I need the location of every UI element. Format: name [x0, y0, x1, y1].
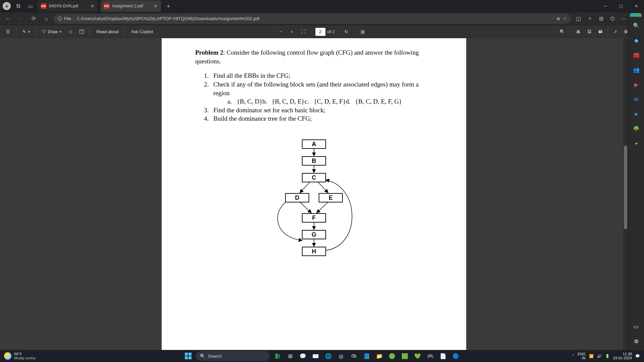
chrome-icon[interactable]: 🟢 [387, 351, 397, 361]
zoom-out-button[interactable]: − [277, 27, 285, 37]
favorites-icon[interactable]: ✧ [584, 13, 595, 24]
refresh-button[interactable]: ⟳ [28, 13, 39, 24]
problem-label: Problem 2 [195, 49, 223, 56]
ask-copilot-button[interactable]: Ask Copilot [128, 27, 156, 37]
zoom-indicator-icon[interactable]: ⊕ [556, 16, 560, 21]
edge-icon[interactable]: 🌐 [323, 351, 333, 361]
teams-icon[interactable]: 💬 [298, 351, 308, 361]
draw-label: Draw [48, 29, 58, 34]
close-icon[interactable]: ✕ [91, 3, 95, 9]
whatsapp-icon[interactable]: 💚 [413, 351, 423, 361]
svg-text:A: A [312, 141, 316, 147]
battery-icon[interactable]: 🔋 [605, 354, 610, 358]
fullscreen-icon[interactable]: ⤢ [611, 27, 620, 37]
send-icon[interactable]: ➤ [630, 108, 642, 120]
q2: Check if any of the following block sets… [213, 80, 433, 97]
nvidia-icon[interactable]: 🟩 [400, 351, 410, 361]
mail-icon[interactable]: ✉️ [311, 351, 321, 361]
explorer-icon[interactable]: 📁 [374, 351, 384, 361]
pdf-page: Problem 2: Consider the following contro… [162, 38, 466, 350]
close-icon[interactable]: ✕ [154, 3, 158, 9]
search-icon: 🔍 [200, 354, 205, 359]
zoom-in-button[interactable]: ＋ [287, 27, 297, 37]
page-number-input[interactable] [315, 28, 325, 36]
taskbar-search[interactable]: 🔍 Search [196, 351, 270, 361]
draw-button[interactable]: ▽ Draw ▾ [40, 27, 64, 37]
tab-title: 04SVN-DVN.pdf [49, 4, 78, 8]
close-button[interactable]: ✕ [629, 0, 644, 12]
chrome2-icon[interactable]: 🔵 [451, 351, 461, 361]
taskbar-app[interactable]: 🐉 [272, 351, 282, 361]
scrollbar-thumb[interactable] [624, 145, 627, 229]
store-icon[interactable]: 🛍 [349, 351, 359, 361]
workspaces-icon[interactable]: ⧉ [13, 1, 23, 11]
people-icon[interactable]: 👥 [630, 64, 642, 76]
svg-line-18 [300, 182, 310, 193]
highlight-dropdown[interactable]: ✎ ▾ [20, 27, 33, 37]
url-text: C:/Users/rahul/Dropbox/My%20PC%20(LAPTOP… [77, 16, 260, 21]
contents-icon[interactable]: ☰ [3, 27, 13, 37]
rotate-icon[interactable]: ↻ [342, 27, 351, 37]
search-sidebar-icon[interactable]: 🔍 [630, 19, 642, 32]
new-tab-button[interactable]: ＋ [164, 1, 173, 11]
q2b: {B, C, D, E} [272, 97, 304, 106]
erase-icon[interactable]: ◇ [66, 27, 75, 37]
page-total-label: of 2 [327, 29, 335, 34]
home-button[interactable]: ⌂ [41, 13, 52, 24]
minimize-button[interactable]: — [598, 0, 613, 12]
find-icon[interactable]: 🔍 [557, 27, 568, 37]
tools-icon[interactable]: 🧰 [630, 49, 642, 61]
maximize-button[interactable]: ▢ [613, 0, 629, 12]
extensions-icon[interactable]: ⌬ [607, 13, 618, 24]
profile-avatar[interactable]: ◉ [3, 2, 11, 10]
copilot-taskbar-icon[interactable]: ◎ [336, 351, 346, 361]
notifications-icon[interactable]: 💬 [635, 354, 640, 358]
save-icon[interactable]: 🖫 [584, 27, 594, 37]
text-tool-icon[interactable]: 🅃 [77, 27, 87, 37]
cfg-diagram: A B C D E F G H [195, 136, 433, 270]
back-button[interactable]: ← [3, 13, 13, 24]
outlook-icon[interactable]: ✉ [630, 93, 642, 105]
pdf-viewport[interactable]: Problem 2: Consider the following contro… [0, 38, 628, 350]
save-as-icon[interactable]: 🖬 [595, 27, 605, 37]
problem-heading: Problem 2: Consider the following contro… [195, 48, 433, 65]
start-button[interactable] [183, 351, 193, 361]
sidebar-app-1-icon[interactable]: ◆ [630, 34, 642, 46]
weather-widget[interactable]: 58°F Mostly sunny [0, 352, 36, 360]
scrollbar[interactable] [623, 38, 628, 350]
vscode-icon[interactable]: 📘 [362, 351, 372, 361]
svg-line-20 [300, 202, 311, 213]
url-field[interactable]: ⓘFile C:/Users/rahul/Dropbox/My%20PC%20(… [54, 14, 571, 24]
tab-actions-icon[interactable]: ▭ [25, 1, 35, 11]
svg-text:D: D [295, 194, 300, 201]
fit-width-icon[interactable]: ⛶ [299, 27, 308, 37]
tray-chevron-icon[interactable]: ˄ [572, 354, 574, 358]
q2d: {B, C, D, E, F, G} [355, 97, 402, 106]
media-icon[interactable]: ▶ [630, 78, 642, 90]
read-aloud-button[interactable]: Read aloud [94, 27, 121, 37]
print-icon[interactable]: 🖶 [573, 27, 583, 37]
tab-04svn[interactable]: PDF 04SVN-DVN.pdf ✕ [38, 0, 98, 12]
collections-icon[interactable]: ⊞ [596, 13, 606, 24]
system-tray[interactable]: ˄ ENG IN 📶 🔊 🔋 11:38 23-01-2024 💬 [572, 352, 644, 360]
tree-icon[interactable]: 🌳 [630, 123, 642, 135]
language-indicator[interactable]: ENG IN [578, 352, 586, 360]
taskview-icon[interactable]: ⊞ [285, 351, 295, 361]
steam-icon[interactable]: 🎮 [425, 351, 435, 361]
word-icon[interactable]: 📄 [438, 351, 448, 361]
sidebar-toggle-icon[interactable]: ▭ [630, 320, 642, 333]
page-view-icon[interactable]: ▥ [358, 27, 367, 37]
tab-assignment2[interactable]: PDF Assignment 2.pdf ✕ [101, 0, 161, 12]
clock[interactable]: 11:38 23-01-2024 [613, 352, 632, 360]
windows-taskbar: 58°F Mostly sunny 🔍 Search 🐉 ⊞ 💬 ✉️ 🌐 ◎ … [0, 350, 644, 362]
sidebar-settings-icon[interactable]: ⚙ [630, 335, 642, 347]
volume-icon[interactable]: 🔊 [597, 354, 602, 358]
info-icon: ⓘ [58, 16, 62, 22]
svg-text:F: F [312, 215, 316, 221]
favorite-icon[interactable]: ☆ [563, 16, 567, 21]
split-screen-icon[interactable]: ◫ [573, 13, 584, 24]
pdf-icon: PDF [104, 3, 109, 9]
add-sidebar-icon[interactable]: ＋ [630, 137, 642, 149]
svg-text:C: C [312, 174, 316, 181]
wifi-icon[interactable]: 📶 [589, 354, 594, 358]
